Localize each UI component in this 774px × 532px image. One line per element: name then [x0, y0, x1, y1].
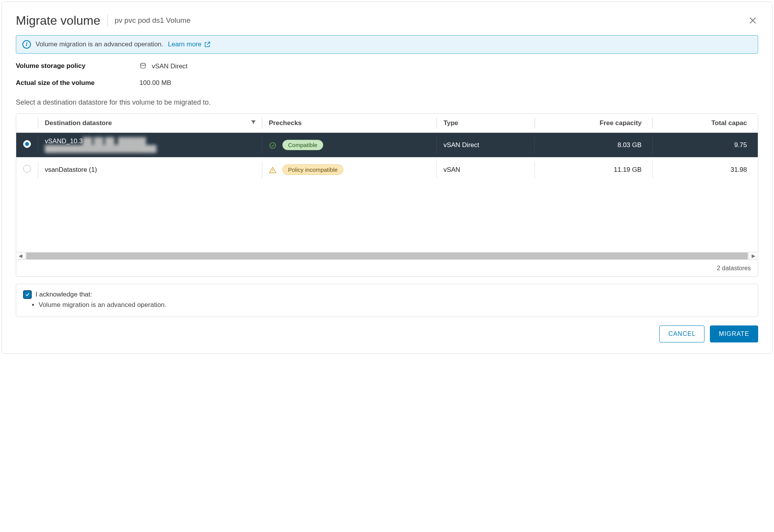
datastore-table: Destination datastore Prechecks Type Fre…	[16, 114, 758, 252]
col-header-type[interactable]: Type	[436, 114, 535, 133]
info-icon: i	[22, 40, 31, 49]
cell-free: 11.19 GB	[535, 158, 652, 182]
precheck-badge: Policy incompatible	[282, 164, 343, 175]
dialog-title: Migrate volume	[16, 14, 108, 27]
actual-size-label: Actual size of the volume	[16, 79, 139, 87]
info-banner-text: Volume migration is an advanced operatio…	[36, 41, 163, 48]
storage-policy-value: vSAN Direct	[139, 62, 758, 71]
acknowledge-list: Volume migration is an advanced operatio…	[39, 301, 751, 309]
scroll-right-arrow[interactable]: ▶	[749, 253, 758, 259]
col-header-prechecks[interactable]: Prechecks	[262, 114, 436, 133]
table-footer: 2 datastores	[16, 260, 758, 276]
external-link-icon	[204, 41, 211, 48]
learn-more-label: Learn more	[168, 41, 202, 48]
cancel-button[interactable]: CANCEL	[659, 325, 704, 342]
dialog-subtitle: pv pvc pod ds1 Volume	[108, 16, 190, 25]
table-row[interactable]: vSAND_10.3██ ██ ██_██████ ██████████████…	[16, 133, 758, 158]
cell-type: vSAN Direct	[436, 133, 535, 158]
info-banner: i Volume migration is an advanced operat…	[16, 35, 758, 54]
close-button[interactable]	[747, 15, 758, 26]
acknowledge-heading: I acknowledge that:	[36, 291, 92, 298]
acknowledge-box: I acknowledge that: Volume migration is …	[16, 284, 758, 317]
cell-prechecks: Compatible	[262, 133, 436, 158]
actual-size-value: 100.00 MB	[139, 79, 758, 87]
col-header-free[interactable]: Free capacity	[535, 114, 652, 133]
svg-point-1	[270, 142, 276, 148]
radio-select[interactable]	[23, 140, 31, 148]
col-header-total[interactable]: Total capac	[652, 114, 758, 133]
dialog-actions: CANCEL MIGRATE	[16, 325, 758, 342]
check-circle-icon	[269, 142, 277, 149]
filter-icon[interactable]	[250, 119, 256, 127]
instruction-text: Select a destination datastore for this …	[16, 98, 758, 107]
meta-grid: Volume storage policy vSAN Direct Actual…	[16, 62, 758, 87]
learn-more-link[interactable]: Learn more	[168, 41, 211, 48]
migrate-button[interactable]: MIGRATE	[710, 325, 758, 342]
migrate-volume-dialog: Migrate volume pv pvc pod ds1 Volume i V…	[2, 2, 772, 354]
acknowledge-item: Volume migration is an advanced operatio…	[39, 301, 751, 309]
col-header-select	[16, 114, 38, 133]
svg-point-0	[141, 63, 146, 66]
cell-type: vSAN	[436, 158, 535, 182]
table-row[interactable]: vsanDatastore (1) Policy incompatible vS…	[16, 158, 758, 182]
storage-policy-label: Volume storage policy	[16, 62, 139, 71]
precheck-badge: Compatible	[282, 140, 323, 150]
scroll-track[interactable]	[26, 252, 748, 259]
checkmark-icon	[25, 292, 30, 297]
storage-icon	[139, 62, 148, 71]
cell-total: 31.98	[652, 158, 758, 182]
table-spacer	[16, 182, 758, 252]
datastore-table-container: Destination datastore Prechecks Type Fre…	[16, 114, 758, 277]
cell-destination: vSAND_10.3██ ██ ██_██████ ██████████████…	[38, 133, 262, 158]
cell-destination: vsanDatastore (1)	[38, 158, 262, 182]
scroll-left-arrow[interactable]: ◀	[16, 253, 25, 259]
radio-select[interactable]	[23, 165, 31, 173]
cell-prechecks: Policy incompatible	[262, 158, 436, 182]
dialog-header: Migrate volume pv pvc pod ds1 Volume	[16, 14, 758, 27]
acknowledge-checkbox[interactable]	[23, 290, 32, 299]
warning-icon	[269, 166, 277, 174]
cell-free: 8.03 GB	[535, 133, 652, 158]
col-header-destination[interactable]: Destination datastore	[38, 114, 262, 133]
horizontal-scrollbar[interactable]: ◀ ▶	[16, 252, 758, 260]
close-icon	[749, 16, 757, 25]
cell-total: 9.75	[652, 133, 758, 158]
